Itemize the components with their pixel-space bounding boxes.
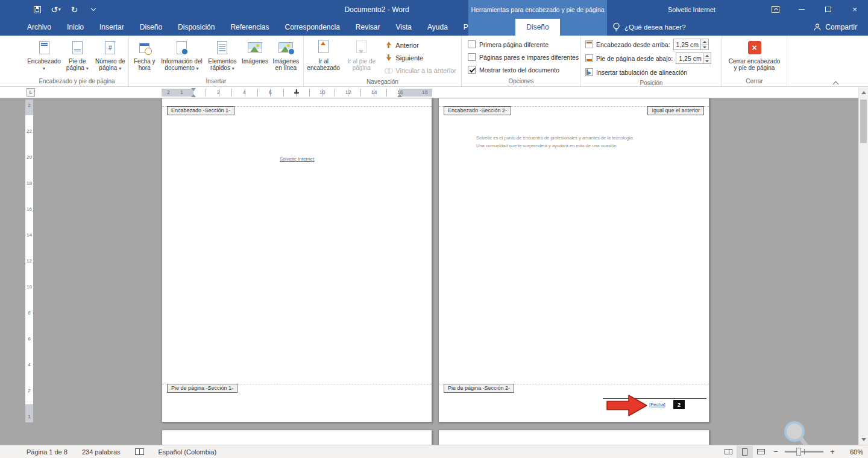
tab-referencias[interactable]: Referencias: [222, 19, 277, 36]
right-indent-marker[interactable]: [397, 94, 402, 97]
ir-encabezado-label: Ir al encabezado: [307, 58, 340, 71]
document-page-2[interactable]: Encabezado -Sección 2- Igual que el ante…: [438, 98, 709, 422]
read-mode-button[interactable]: [720, 446, 737, 458]
proofing-status-icon[interactable]: [135, 448, 144, 455]
indent-marker[interactable]: [191, 88, 197, 97]
tab-stop-selector[interactable]: L: [27, 88, 35, 97]
siguiente-button[interactable]: Siguiente: [381, 51, 460, 64]
group-opciones: Primera página diferente Páginas pares e…: [462, 36, 581, 86]
zoom-out-button[interactable]: −: [769, 447, 782, 456]
imagenes-button[interactable]: Imágenes: [240, 37, 269, 65]
word-count-indicator[interactable]: 234 palabras: [82, 448, 121, 456]
cerrar-encabezado-button[interactable]: × Cerrar encabezado y pie de página: [726, 37, 784, 71]
footer-date-field[interactable]: [Fecha]: [649, 402, 665, 407]
ribbon-tabs: Archivo Inicio Insertar Diseño Disposici…: [0, 19, 868, 36]
document-page-1[interactable]: Encabezado -Sección 1- Solvetic Internet…: [162, 98, 432, 422]
ruler-number: 16: [27, 206, 32, 212]
paginas-pares-impares-checkbox[interactable]: Páginas pares e impares diferentes: [463, 51, 579, 63]
tab-inicio[interactable]: Inicio: [59, 19, 92, 36]
mostrar-texto-documento-checkbox[interactable]: Mostrar texto del documento: [463, 63, 579, 76]
tab-revisar[interactable]: Revisar: [348, 19, 388, 36]
pie-desde-abajo-spinner[interactable]: 1,25 cm: [676, 52, 711, 64]
magnifier-watermark-icon: [781, 419, 816, 445]
undo-button[interactable]: ↺▾: [46, 0, 65, 19]
spinner-value[interactable]: 1,25 cm: [673, 39, 701, 50]
maximize-button[interactable]: [815, 0, 841, 19]
triangle-down-icon: [861, 438, 866, 441]
insertar-tabulacion-button[interactable]: Insertar tabulación de alineación: [582, 65, 720, 79]
center-tab-stop-marker[interactable]: [294, 89, 299, 94]
document-info-icon: [177, 41, 187, 54]
body-hyperlink[interactable]: Solvetic Internet: [162, 156, 432, 162]
window-title: Documento2 - Word: [301, 0, 452, 19]
zoom-slider[interactable]: [785, 451, 823, 453]
horizontal-ruler[interactable]: 2 1 2 4 6 8 10 12 14 16 18: [162, 89, 432, 97]
scroll-down-button[interactable]: [859, 434, 868, 445]
zoom-in-button[interactable]: +: [826, 447, 839, 456]
zoom-percentage[interactable]: 60%: [839, 448, 863, 456]
ir-pie-label: Ir al pie de página: [347, 58, 376, 71]
encabezado-button[interactable]: Encabezado▾: [27, 37, 61, 72]
scroll-up-button[interactable]: [859, 87, 868, 98]
footer-page-number-field[interactable]: 2: [673, 400, 685, 409]
account-user-name[interactable]: Solvetic Internet: [668, 0, 715, 19]
vertical-ruler[interactable]: 2 22 20 18 16 14 12 10 8 6 4 2 1: [25, 100, 33, 422]
cerrar-label: Cerrar encabezado y pie de página: [729, 58, 781, 71]
close-button[interactable]: ×: [841, 0, 868, 19]
numero-de-pagina-button[interactable]: Número de página ▾: [93, 37, 127, 72]
contextual-tools-header: Herramientas para encabezado y pie de pá…: [468, 0, 607, 19]
ribbon-display-options-button[interactable]: [762, 0, 788, 19]
share-button[interactable]: Compartir: [813, 19, 857, 36]
primera-pagina-diferente-checkbox[interactable]: Primera página diferente: [463, 38, 579, 51]
fecha-y-hora-button[interactable]: Fecha y hora: [130, 37, 159, 71]
header-section-tag: Encabezado -Sección 1-: [167, 106, 234, 115]
body-paragraph[interactable]: Solvetic es el punto de encuentro de pro…: [476, 135, 691, 150]
tab-correspondencia[interactable]: Correspondencia: [277, 19, 347, 36]
spinner-value[interactable]: 1,25 cm: [676, 52, 703, 64]
tab-diseno-contextual-active[interactable]: Diseño: [515, 19, 559, 36]
anterior-button[interactable]: Anterior: [381, 39, 460, 51]
tab-ayuda[interactable]: Ayuda: [420, 19, 456, 36]
document-page-3-partial[interactable]: [162, 430, 432, 445]
scrollbar-thumb[interactable]: [860, 100, 867, 143]
encabezado-desde-arriba-spinner[interactable]: 1,25 cm: [673, 39, 709, 50]
imagenes-label: Imágenes: [242, 58, 268, 65]
vertical-scrollbar[interactable]: [858, 87, 868, 445]
save-button[interactable]: [28, 0, 46, 19]
redo-button[interactable]: ↻: [65, 0, 84, 19]
customize-qat-button[interactable]: [84, 0, 102, 19]
elementos-rapidos-button[interactable]: Elementos rápidos ▾: [204, 37, 240, 72]
print-layout-button[interactable]: [737, 446, 753, 458]
tab-insertar[interactable]: Insertar: [92, 19, 132, 36]
encabezado-desde-arriba-row: Encabezado desde arriba: 1,25 cm: [582, 37, 720, 51]
ruler-number: 14: [27, 232, 32, 238]
tab-vista[interactable]: Vista: [388, 19, 420, 36]
tab-archivo[interactable]: Archivo: [19, 19, 59, 36]
undo-caret-icon: ▾: [58, 7, 61, 12]
pie-desde-abajo-row: Pie de página desde abajo: 1,25 cm: [582, 51, 720, 65]
ir-al-encabezado-button[interactable]: Ir al encabezado: [305, 37, 342, 71]
informacion-documento-button[interactable]: Información del documento ▾: [159, 37, 205, 72]
checkbox-label: Páginas pares e impares diferentes: [479, 54, 579, 61]
tab-diseno[interactable]: Diseño: [132, 19, 170, 36]
footer-section-tag: Pie de página -Sección 1-: [167, 384, 237, 393]
spinner-arrows[interactable]: [701, 39, 709, 50]
imagenes-en-linea-button[interactable]: Imágenes en línea: [270, 37, 302, 71]
zoom-slider-thumb[interactable]: [796, 448, 801, 456]
chevron-up-icon: [832, 81, 838, 87]
minimize-button[interactable]: [788, 0, 815, 19]
ruler-number: 2: [28, 103, 30, 108]
spinner-arrows[interactable]: [703, 52, 711, 64]
document-page-4-partial[interactable]: [438, 430, 709, 445]
navigation-small-buttons: Anterior Siguiente Vincular a la anterio…: [381, 37, 460, 77]
print-layout-icon: [742, 448, 747, 456]
ruler-number: 14: [371, 89, 377, 95]
collapse-ribbon-button[interactable]: [831, 79, 840, 86]
pie-de-pagina-button[interactable]: Pie de página ▾: [61, 37, 93, 72]
language-indicator[interactable]: Español (Colombia): [159, 448, 217, 456]
web-layout-button[interactable]: [753, 446, 769, 458]
tellme-box[interactable]: ¿Qué desea hacer?: [612, 19, 686, 36]
page-count-indicator[interactable]: Página 1 de 8: [27, 448, 68, 456]
tab-disposicion[interactable]: Disposición: [170, 19, 222, 36]
spin-down-icon: [703, 46, 706, 48]
